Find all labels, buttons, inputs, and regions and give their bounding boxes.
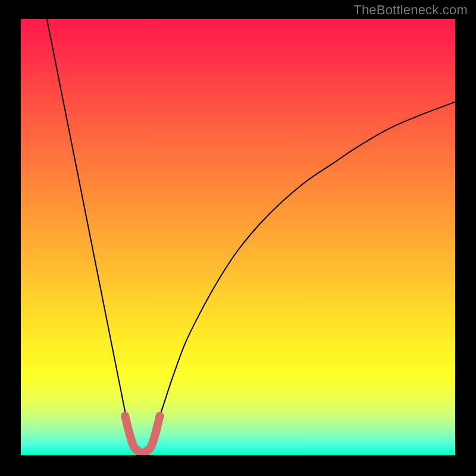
watermark-text: TheBottleneck.com <box>353 2 468 18</box>
plot-area <box>21 19 455 455</box>
bottleneck-curve-line <box>47 19 455 453</box>
chart-svg <box>21 19 455 455</box>
optimal-marker-line <box>125 416 159 453</box>
chart-container: TheBottleneck.com <box>0 0 476 476</box>
